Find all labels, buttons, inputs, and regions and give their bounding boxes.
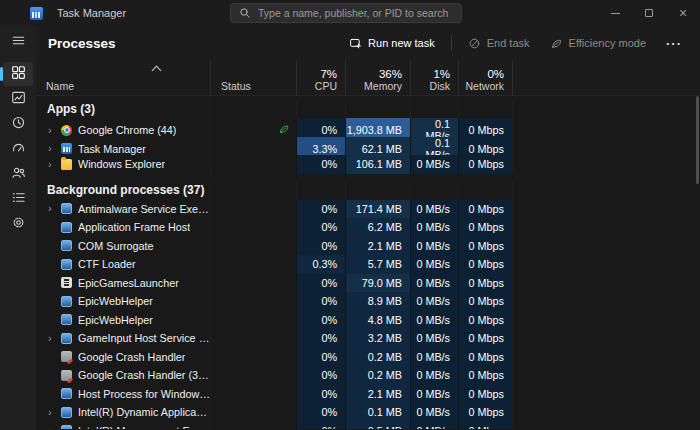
- task-manager-window: Task Manager × Processes Run new task: [0, 0, 700, 430]
- status-cell: [210, 348, 296, 367]
- process-row[interactable]: ›Intel(R) Dynamic Application ...0%0.1 M…: [36, 403, 700, 422]
- users-icon: [11, 165, 26, 184]
- status-cell: [210, 200, 296, 219]
- search-input[interactable]: [258, 7, 453, 19]
- memory-cell: 0.2 MB: [345, 348, 410, 367]
- column-header-memory[interactable]: 36% Memory: [345, 60, 410, 96]
- process-name: Google Crash Handler: [78, 351, 185, 363]
- disk-cell: 0 MB/s: [410, 311, 458, 330]
- command-bar-actions: Run new task End task Efficiency mode ··…: [341, 32, 690, 55]
- task-manager-app-icon: [30, 7, 43, 20]
- main-panel: Processes Run new task End task Efficien…: [36, 26, 700, 430]
- process-row[interactable]: ›Google Crash Handler0%0.2 MB0 MB/s0 Mbp…: [36, 348, 700, 367]
- process-row[interactable]: ›GameInput Host Service (2)0%3.2 MB0 MB/…: [36, 329, 700, 348]
- sidebar-item-processes[interactable]: [3, 62, 33, 86]
- efficiency-mode-label: Efficiency mode: [569, 37, 646, 49]
- window-controls: ×: [598, 0, 700, 26]
- expand-chevron-icon[interactable]: ›: [48, 333, 59, 344]
- status-cell: [210, 311, 296, 330]
- expand-chevron-icon[interactable]: ›: [48, 425, 59, 429]
- column-header-status[interactable]: Status: [210, 60, 296, 96]
- expand-chevron-icon[interactable]: ›: [48, 203, 59, 214]
- memory-cell: 4.8 MB: [345, 311, 410, 330]
- maximize-button[interactable]: [632, 0, 666, 26]
- section-header[interactable]: Background processes (37): [36, 181, 700, 200]
- efficiency-mode-button[interactable]: Efficiency mode: [542, 32, 654, 55]
- network-cell: 0 Mbps: [458, 155, 512, 174]
- process-row[interactable]: ›Google Crash Handler (32 bit)0%0.2 MB0 …: [36, 366, 700, 385]
- section-label: Apps (3): [36, 102, 210, 116]
- column-header-name[interactable]: Name: [36, 60, 210, 96]
- window-icon: [61, 203, 72, 214]
- memory-cell: 0.2 MB: [345, 366, 410, 385]
- disk-cell: 0 MB/s: [410, 403, 458, 422]
- network-cell: 0 Mbps: [458, 218, 512, 237]
- process-name: Intel(R) Management Engine ...: [78, 425, 210, 429]
- memory-cell: 0.5 MB: [345, 422, 410, 430]
- process-row[interactable]: ›Intel(R) Management Engine ...0%0.5 MB0…: [36, 422, 700, 430]
- window-icon: [61, 314, 72, 325]
- process-row[interactable]: ›COM Surrogate0%2.1 MB0 MB/s0 Mbps: [36, 237, 700, 256]
- network-cell: 0 Mbps: [458, 329, 512, 348]
- cpu-cell: 0%: [296, 348, 345, 367]
- sidebar-item-app-history[interactable]: [3, 112, 33, 136]
- process-name-cell: ›EpicWebHelper: [36, 292, 210, 311]
- startup-apps-icon: [11, 140, 26, 159]
- scrollbar-thumb[interactable]: [696, 96, 699, 184]
- cpu-cell: 0%: [296, 366, 345, 385]
- process-row[interactable]: ›Task Manager3.3%62.1 MB0.1 MB/s0 Mbps: [36, 137, 700, 156]
- cpu-cell: 0%: [296, 274, 345, 293]
- expand-chevron-icon[interactable]: ›: [48, 407, 59, 418]
- sidebar-item-users[interactable]: [3, 162, 33, 186]
- process-row[interactable]: ›EpicWebHelper0%4.8 MB0 MB/s0 Mbps: [36, 311, 700, 330]
- crash-icon: [61, 370, 72, 381]
- section-header[interactable]: Apps (3): [36, 99, 700, 118]
- search-box[interactable]: [230, 3, 462, 23]
- process-row[interactable]: ›EpicWebHelper0%8.9 MB0 MB/s0 Mbps: [36, 292, 700, 311]
- window-icon: [61, 240, 72, 251]
- process-name-cell: ›Intel(R) Management Engine ...: [36, 422, 210, 430]
- status-cell: [210, 329, 296, 348]
- sidebar-item-performance[interactable]: [3, 87, 33, 111]
- process-row[interactable]: ›Application Frame Host0%6.2 MB0 MB/s0 M…: [36, 218, 700, 237]
- sidebar-item-menu[interactable]: [3, 30, 33, 54]
- close-button[interactable]: ×: [666, 0, 700, 26]
- process-row[interactable]: ›Google Chrome (44)0%1,903.8 MB0.1 MB/s0…: [36, 118, 700, 137]
- crash-icon: [61, 351, 72, 362]
- memory-total: 36%: [346, 68, 410, 80]
- process-table-body: Apps (3)›Google Chrome (44)0%1,903.8 MB0…: [36, 96, 700, 429]
- sidebar-item-services[interactable]: [3, 212, 33, 236]
- expand-chevron-icon[interactable]: ›: [48, 125, 59, 136]
- vertical-scrollbar[interactable]: [695, 96, 699, 429]
- sidebar-item-details[interactable]: [3, 187, 33, 211]
- process-row[interactable]: ›Antimalware Service Executable0%171.4 M…: [36, 200, 700, 219]
- disk-cell: 0 MB/s: [410, 292, 458, 311]
- disk-cell: 0 MB/s: [410, 422, 458, 430]
- more-options-button[interactable]: ···: [658, 34, 690, 53]
- window-icon: [61, 296, 72, 307]
- minimize-button[interactable]: [598, 0, 632, 26]
- run-new-task-button[interactable]: Run new task: [341, 32, 443, 55]
- status-cell: [210, 155, 296, 174]
- cpu-total: 7%: [297, 68, 345, 80]
- process-name-cell: ›Antimalware Service Executable: [36, 200, 210, 219]
- status-cell: [210, 274, 296, 293]
- status-cell: [210, 403, 296, 422]
- column-header-network[interactable]: 0% Network: [458, 60, 512, 96]
- sidebar-item-startup-apps[interactable]: [3, 137, 33, 161]
- expand-chevron-icon[interactable]: ›: [48, 159, 59, 170]
- process-row[interactable]: ›Host Process for Windows Tasks0%2.1 MB0…: [36, 385, 700, 404]
- network-cell: 0 Mbps: [458, 422, 512, 430]
- process-name-cell: ›Google Crash Handler: [36, 348, 210, 367]
- process-row[interactable]: ›CTF Loader0.3%5.7 MB0 MB/s0 Mbps: [36, 255, 700, 274]
- disk-cell: 0 MB/s: [410, 155, 458, 174]
- table-header: Name Status 7% CPU 36% Memory 1% Disk 0%…: [36, 60, 700, 96]
- process-row[interactable]: ›EpicGamesLauncher0%79.0 MB0 MB/s0 Mbps: [36, 274, 700, 293]
- end-task-button[interactable]: End task: [460, 32, 538, 55]
- process-name: EpicWebHelper: [78, 314, 153, 326]
- status-cell: [210, 292, 296, 311]
- column-header-disk[interactable]: 1% Disk: [410, 60, 458, 96]
- column-header-cpu[interactable]: 7% CPU: [296, 60, 345, 96]
- process-row[interactable]: ›Windows Explorer0%106.1 MB0 MB/s0 Mbps: [36, 155, 700, 174]
- expand-chevron-icon[interactable]: ›: [48, 143, 59, 154]
